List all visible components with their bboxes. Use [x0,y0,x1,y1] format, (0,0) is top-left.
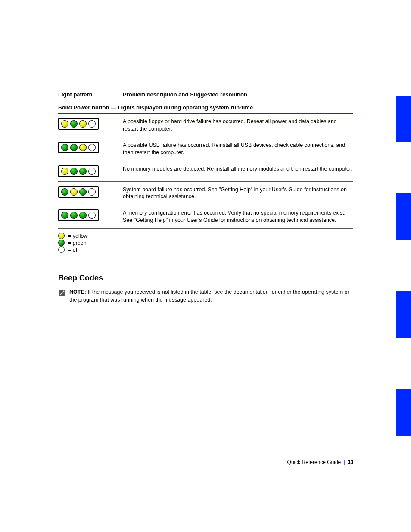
led-icon [70,120,78,128]
note-block: NOTE: If the message you received is not… [58,289,353,304]
led-icon [61,120,68,128]
section-title-beep-codes: Beep Codes [58,274,353,283]
table-row: A possible USB failure has occurred. Rei… [58,137,353,161]
indicator-box [58,209,99,221]
led-icon [61,144,68,151]
indicator-box [58,118,99,130]
led-icon [58,246,65,253]
main-content: Light pattern Problem description and Su… [58,91,353,304]
table-header-resolution: Problem description and Suggested resolu… [123,91,353,98]
legend-label: = green [68,240,87,246]
led-icon [58,233,65,239]
table-row: A possible floppy or hard drive failure … [58,114,353,137]
note-label: NOTE: [69,289,86,295]
led-icon [88,120,96,128]
table-subhead: Solid Power button — Lights displayed du… [58,100,353,114]
side-tab [396,389,411,436]
indicator-box [58,142,99,153]
side-tab [396,193,411,240]
light-pattern-cell [58,142,123,153]
resolution-cell: No memory modules are detected. Re-insta… [123,165,353,173]
led-icon [88,144,96,151]
led-icon [61,212,68,219]
led-icon [70,168,78,175]
table-row: No memory modules are detected. Re-insta… [58,161,353,182]
note-text: NOTE: If the message you received is not… [69,289,353,304]
note-body: If the message you received is not liste… [69,289,349,303]
legend-label: = yellow [68,233,88,239]
legend-row-yellow: = yellow [58,233,353,239]
table-row: A memory configuration error has occurre… [58,205,353,229]
led-icon [61,168,68,175]
led-icon [79,120,87,128]
table-row: System board failure has occurred. See "… [58,182,353,205]
led-icon [79,212,87,219]
led-icon [79,144,87,151]
legend-row-green: = green [58,240,353,246]
led-icon [70,188,78,196]
light-pattern-cell [58,118,123,130]
led-icon [70,144,78,151]
table-header-row: Light pattern Problem description and Su… [58,91,353,100]
light-pattern-cell [58,165,123,177]
led-icon [88,168,96,175]
led-icon [88,188,96,196]
table-subhead-text: Solid Power button — Lights displayed du… [58,104,253,111]
indicator-box [58,165,99,177]
led-icon [79,188,87,196]
footer-separator: | [343,459,345,465]
light-pattern-cell [58,209,123,221]
footer-page-number: 33 [348,459,353,465]
indicator-box [58,186,99,198]
table-header-light-pattern: Light pattern [58,91,123,98]
led-icon [58,240,65,246]
legend-row-off: = off [58,246,353,253]
led-icon [88,212,96,219]
side-tab [396,96,411,142]
light-pattern-cell [58,186,123,198]
footer-label: Quick Reference Guide [287,459,341,465]
resolution-cell: A possible USB failure has occurred. Rei… [123,142,353,156]
led-icon [61,188,68,196]
led-icon [79,168,87,175]
note-icon [58,289,66,297]
resolution-cell: A memory configuration error has occurre… [123,209,353,224]
resolution-cell: A possible floppy or hard drive failure … [123,118,353,133]
page-footer: Quick Reference Guide | 33 [58,459,353,465]
led-icon [70,212,78,219]
legend: = yellow = green = off [58,229,353,256]
legend-label: = off [68,247,78,253]
resolution-cell: System board failure has occurred. See "… [123,186,353,201]
side-tab [396,291,411,338]
